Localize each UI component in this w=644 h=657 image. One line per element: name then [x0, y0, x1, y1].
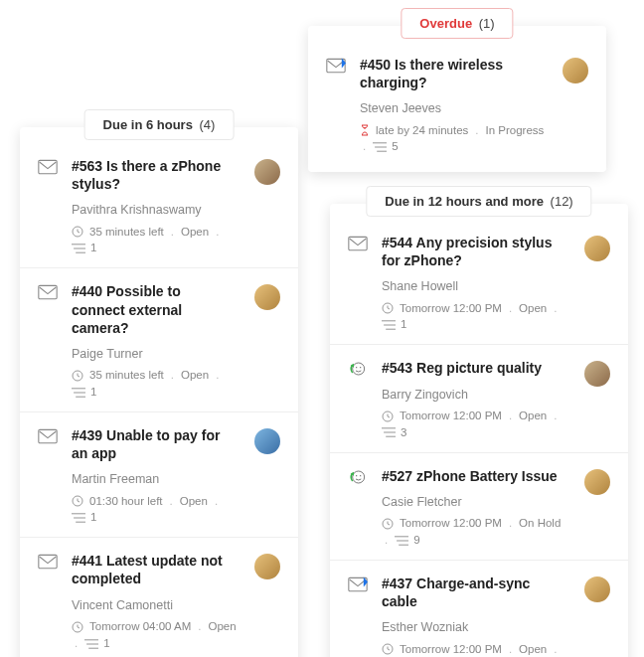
overdue-list: #450 Is there wireless charging? Steven …	[308, 26, 606, 172]
ticket-requester: Esther Wozniak	[382, 620, 566, 634]
overdue-header-label: Overdue	[419, 16, 472, 31]
ticket-requester: Barry Zingovich	[382, 388, 566, 402]
avatar[interactable]	[254, 428, 280, 454]
ticket-thread-count: 1	[90, 242, 96, 253]
ticket-meta: Tomorrow 12:00 PM On Hold 9	[382, 517, 566, 546]
clock-icon	[72, 369, 85, 382]
ticket-row[interactable]: #439 Unable to pay for an app Martin Fre…	[20, 411, 298, 537]
avatar[interactable]	[584, 361, 610, 387]
ticket-thread-count: 5	[392, 140, 398, 152]
ticket-meta: Tomorrow 12:00 PM Open 1	[382, 301, 566, 330]
ticket-title[interactable]: #439 Unable to pay for an app	[72, 426, 237, 462]
ticket-due-text: late by 24 minutes	[376, 124, 468, 136]
avatar[interactable]	[254, 284, 280, 310]
thread-icon	[395, 534, 409, 546]
mail-priority-icon	[346, 576, 370, 592]
thread-icon	[72, 242, 86, 253]
ticket-row[interactable]: #563 Is there a zPhone stylus? Pavithra …	[20, 147, 298, 267]
ticket-due-text: 01:30 hour left	[89, 495, 163, 507]
due-6h-header-label: Due in 6 hours	[103, 117, 193, 132]
ticket-status: Open	[519, 410, 547, 421]
ticket-requester: Steven Jeeves	[360, 101, 545, 115]
clock-icon	[72, 225, 85, 238]
ticket-title[interactable]: #543 Reg picture quality	[382, 359, 566, 377]
thread-icon	[72, 386, 86, 398]
ticket-title[interactable]: #544 Any precision stylus for zPhone?	[382, 234, 566, 269]
ticket-status: Open	[181, 226, 209, 238]
ticket-requester: Casie Fletcher	[382, 495, 566, 509]
overdue-header: Overdue (1)	[401, 8, 513, 39]
due-12h-card: Due in 12 hours and more (12) #544 Any p…	[330, 204, 628, 657]
clock-icon	[382, 642, 396, 655]
feedback-icon	[346, 361, 370, 377]
mail-icon	[346, 236, 370, 251]
avatar[interactable]	[584, 469, 610, 495]
clock-icon	[72, 494, 85, 507]
clock-icon	[382, 410, 396, 422]
ticket-row[interactable]: #544 Any precision stylus for zPhone? Sh…	[330, 224, 628, 344]
ticket-title[interactable]: #563 Is there a zPhone stylus?	[72, 157, 237, 193]
ticket-meta: Tomorrow 12:00 PM Open 3	[382, 410, 566, 438]
feedback-icon	[346, 469, 370, 485]
ticket-status: Open	[180, 495, 208, 507]
ticket-row[interactable]: #543 Reg picture quality Barry Zingovich…	[330, 344, 628, 451]
clock-icon	[382, 517, 396, 530]
hourglass-icon	[360, 123, 372, 136]
ticket-row[interactable]: #440 Possible to connect external camera…	[20, 267, 298, 411]
avatar[interactable]	[584, 236, 610, 261]
ticket-title[interactable]: #527 zPhone Battery Issue	[382, 467, 566, 485]
ticket-row[interactable]: #527 zPhone Battery Issue Casie Fletcher…	[330, 452, 628, 560]
mail-icon	[36, 428, 60, 444]
thread-icon	[382, 318, 397, 330]
ticket-status: Open	[181, 369, 209, 381]
overdue-card: Overdue (1) #450 Is there wireless charg…	[308, 26, 606, 172]
ticket-status: Open	[519, 302, 547, 314]
clock-icon	[72, 620, 85, 633]
ticket-title[interactable]: #441 Latest update not completed	[72, 552, 237, 587]
ticket-row[interactable]: #437 Charge-and-sync cable Esther Woznia…	[330, 560, 628, 657]
ticket-thread-count: 9	[413, 534, 419, 546]
due-6h-card: Due in 6 hours (4) #563 Is there a zPhon…	[20, 127, 298, 657]
ticket-due-text: Tomorrow 04:00 AM	[89, 620, 191, 632]
ticket-meta: Tomorrow 12:00 PM Open 3	[382, 642, 566, 657]
ticket-meta: 35 minutes left Open 1	[72, 369, 237, 398]
ticket-thread-count: 1	[401, 318, 406, 330]
ticket-title[interactable]: #440 Possible to connect external camera…	[72, 282, 237, 337]
ticket-row[interactable]: #441 Latest update not completed Vincent…	[20, 537, 298, 657]
ticket-requester: Shane Howell	[382, 279, 566, 293]
avatar[interactable]	[254, 554, 280, 579]
ticket-meta: 01:30 hour left Open 1	[72, 494, 237, 523]
due-12h-list: #544 Any precision stylus for zPhone? Sh…	[330, 204, 628, 657]
ticket-due-text: 35 minutes left	[89, 369, 164, 381]
ticket-due-text: Tomorrow 12:00 PM	[400, 517, 502, 529]
ticket-status: Open	[208, 620, 236, 632]
thread-icon	[72, 511, 86, 523]
ticket-due-text: Tomorrow 12:00 PM	[400, 302, 502, 314]
ticket-row[interactable]: #450 Is there wireless charging? Steven …	[308, 46, 606, 166]
clock-icon	[382, 301, 396, 314]
ticket-title[interactable]: #437 Charge-and-sync cable	[382, 575, 566, 610]
mail-priority-icon	[324, 58, 348, 74]
ticket-due-text: 35 minutes left	[89, 226, 164, 238]
due-12h-header: Due in 12 hours and more (12)	[366, 186, 591, 217]
ticket-thread-count: 3	[401, 426, 406, 438]
due-6h-list: #563 Is there a zPhone stylus? Pavithra …	[20, 127, 298, 657]
thread-icon	[373, 140, 388, 152]
due-6h-header: Due in 6 hours (4)	[84, 109, 235, 140]
avatar[interactable]	[563, 58, 588, 83]
mail-icon	[36, 284, 60, 300]
thread-icon	[84, 637, 99, 649]
ticket-status: Open	[519, 643, 547, 655]
due-12h-header-count: (12)	[551, 194, 573, 209]
ticket-status: In Progress	[486, 124, 545, 136]
avatar[interactable]	[584, 576, 610, 602]
avatar[interactable]	[254, 159, 280, 185]
ticket-title[interactable]: #450 Is there wireless charging?	[360, 56, 545, 91]
ticket-requester: Pavithra Krishnaswamy	[72, 203, 237, 217]
overdue-header-count: (1)	[479, 16, 495, 31]
ticket-thread-count: 1	[90, 511, 96, 523]
ticket-requester: Martin Freeman	[72, 472, 237, 486]
ticket-thread-count: 1	[90, 386, 96, 398]
due-6h-header-count: (4)	[200, 117, 216, 132]
ticket-requester: Vincent Camonetti	[72, 598, 237, 612]
